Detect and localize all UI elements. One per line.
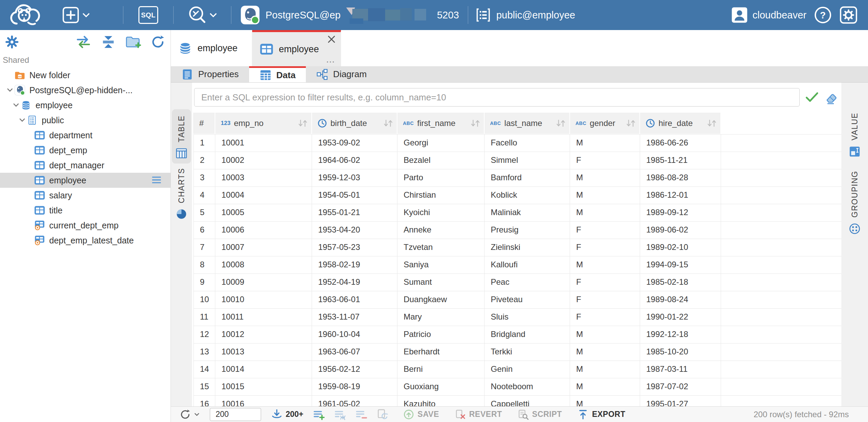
data-cell[interactable]: Nooteboom [485,378,570,395]
tree-item-dept-manager[interactable]: dept_manager [0,158,171,173]
column-header-gender[interactable]: ABCgender [570,113,640,134]
active-connection[interactable]: PostgreSQL@ep 5203 [240,5,459,25]
data-cell[interactable]: 10012 [215,326,312,343]
tree-item-employee[interactable]: employee [0,173,171,188]
row-limit-input[interactable] [210,408,261,421]
help-button[interactable]: ? [814,6,832,24]
delete-row-button[interactable] [355,409,367,420]
row-number-cell[interactable]: 9 [193,274,215,291]
data-cell[interactable]: Bezalel [397,152,485,169]
data-cell[interactable]: Maliniak [485,204,570,221]
settings-button[interactable] [839,6,858,24]
chevron-expand-icon[interactable] [5,88,14,93]
apply-changes-icon[interactable] [377,409,388,420]
data-cell[interactable]: Duangkaew [397,291,485,308]
collapse-all-icon[interactable] [101,35,116,49]
row-number-cell[interactable]: 14 [193,361,215,378]
row-number-cell[interactable]: 13 [193,343,215,361]
data-cell[interactable]: 10009 [215,274,312,291]
data-cell[interactable]: 1989-09-12 [640,204,721,221]
data-cell[interactable]: 1994-09-15 [640,256,721,273]
data-cell[interactable]: 10014 [215,361,312,378]
data-cell[interactable]: Tzvetan [397,239,485,256]
data-cell[interactable]: 10011 [215,309,312,326]
data-cell[interactable]: M [570,361,640,378]
sort-icon[interactable] [382,119,394,128]
tab-table-view[interactable]: TABLE [172,109,191,164]
item-menu-icon[interactable] [151,175,162,186]
tab-employee-table[interactable]: employee ... [252,30,341,66]
column-header-birth_date[interactable]: birth_date [312,113,397,134]
data-cell[interactable]: 1955-01-21 [312,204,397,221]
data-cell[interactable]: 1954-05-01 [312,187,397,204]
data-cell[interactable]: 1989-02-10 [640,239,721,256]
data-cell[interactable]: 1963-06-07 [312,343,397,361]
refresh-data-button[interactable] [180,409,200,420]
data-cell[interactable]: F [570,291,640,308]
column-header-last_name[interactable]: ABClast_name [485,113,570,134]
tree-item-dept-emp[interactable]: dept_emp [0,143,171,158]
data-cell[interactable]: 1953-04-20 [312,222,397,239]
data-cell[interactable]: Kalloufi [485,256,570,273]
sync-connection-icon[interactable] [76,35,91,49]
user-menu[interactable]: cloudbeaver [731,7,806,23]
row-number-cell[interactable]: 1 [193,135,215,152]
clear-filter-eraser-icon[interactable] [824,90,838,104]
data-cell[interactable]: 1964-06-02 [312,152,397,169]
data-cell[interactable]: 1985-10-20 [640,343,721,361]
data-cell[interactable]: 10007 [215,239,312,256]
duplicate-row-button[interactable] [334,409,346,420]
column-header-emp_no[interactable]: 123emp_no [215,113,312,134]
row-number-cell[interactable]: 8 [193,256,215,273]
tab-properties[interactable]: Properties [171,66,249,82]
data-cell[interactable]: 1992-12-18 [640,326,721,343]
revert-button[interactable]: REVERT [455,409,502,420]
data-cell[interactable]: 1953-09-02 [312,135,397,152]
data-cell[interactable]: 1989-06-02 [640,222,721,239]
tab-grouping-panel[interactable]: GROUPING [841,171,868,235]
row-number-cell[interactable]: 2 [193,152,215,169]
fetch-more-button[interactable]: 200+ [271,409,303,420]
data-cell[interactable]: Genin [485,361,570,378]
data-cell[interactable]: 10015 [215,378,312,395]
tab-more-icon[interactable]: ... [326,56,335,64]
data-cell[interactable]: Saniya [397,256,485,273]
data-cell[interactable]: 10008 [215,256,312,273]
data-cell[interactable]: 1960-10-04 [312,326,397,343]
data-cell[interactable]: 1987-07-02 [640,378,721,395]
sort-icon[interactable] [470,119,481,128]
data-cell[interactable]: 10003 [215,169,312,186]
add-row-button[interactable] [313,409,325,420]
data-cell[interactable]: Guoxiang [397,378,485,395]
data-cell[interactable]: F [570,309,640,326]
tree-item-salary[interactable]: salary [0,188,171,203]
row-number-cell[interactable]: 11 [193,309,215,326]
data-cell[interactable]: 1963-06-01 [312,291,397,308]
data-cell[interactable]: Patricio [397,326,485,343]
row-number-cell[interactable]: 10 [193,291,215,308]
data-cell[interactable]: 1956-02-12 [312,361,397,378]
data-cell[interactable]: 1959-08-19 [312,378,397,395]
data-cell[interactable]: Eberhardt [397,343,485,361]
tree-item-new-folder[interactable]: New folder [0,68,171,83]
tab-employee-object[interactable]: employee [171,30,252,66]
data-cell[interactable]: F [570,222,640,239]
row-number-cell[interactable]: 5 [193,204,215,221]
apply-filter-check-icon[interactable] [805,91,819,103]
data-cell[interactable]: 1952-04-19 [312,274,397,291]
tab-data[interactable]: Data [249,66,306,82]
data-cell[interactable]: 1986-08-28 [640,169,721,186]
sort-icon[interactable] [555,119,567,128]
data-cell[interactable]: 1987-03-11 [640,361,721,378]
tab-value-panel[interactable]: VALUE [841,113,868,157]
data-cell[interactable]: Kyoichi [397,204,485,221]
data-cell[interactable]: Peac [485,274,570,291]
data-cell[interactable]: F [570,239,640,256]
data-cell[interactable]: 1957-05-23 [312,239,397,256]
data-cell[interactable]: Facello [485,135,570,152]
data-cell[interactable]: 1989-08-24 [640,291,721,308]
data-cell[interactable]: Georgi [397,135,485,152]
data-cell[interactable]: 1953-11-07 [312,309,397,326]
data-cell[interactable]: Bridgland [485,326,570,343]
data-cell[interactable]: Simmel [485,152,570,169]
